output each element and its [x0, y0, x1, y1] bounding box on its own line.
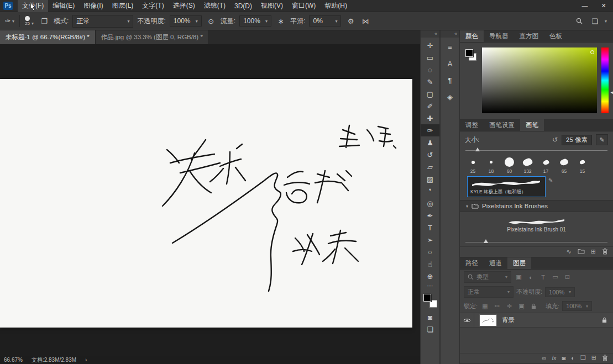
status-arrow-icon[interactable]: › [85, 357, 87, 363]
selected-brush[interactable]: KYLE 终极上墨（粗和细） [467, 176, 546, 197]
panel-tab[interactable]: 导航器 [484, 30, 514, 42]
canvas[interactable] [0, 79, 412, 328]
filter-smart-objects-icon[interactable]: ⊡ [563, 273, 572, 282]
panel-tab[interactable]: 图层 [507, 257, 531, 269]
clone-stamp-tool[interactable]: ♟ [421, 136, 439, 149]
背景[interactable]: 背景 [460, 313, 613, 328]
blend-mode-select[interactable]: 正常▾ [72, 15, 133, 28]
pressure-opacity-icon[interactable]: ⊙ [206, 15, 217, 27]
collapse-toolbar-arrow[interactable]: « [421, 30, 439, 38]
move-tool[interactable]: ✛ [421, 39, 439, 51]
zoom-tool[interactable]: ⊕ [421, 270, 439, 282]
link-layers-icon[interactable]: ∞ [542, 355, 547, 361]
saturation-brightness-field[interactable] [482, 48, 597, 113]
hand-tool[interactable]: ☝ [421, 258, 439, 270]
color-picker-ring[interactable] [590, 50, 594, 54]
layer-lock-icon[interactable] [602, 317, 607, 323]
history-panel-icon[interactable]: ≡ [441, 40, 459, 54]
layer-blend-mode-select[interactable]: 正常 ▾ [464, 286, 514, 298]
edit-brush-icon[interactable]: ✎ [548, 177, 553, 183]
type-tool[interactable]: T [421, 221, 439, 234]
pen-tool[interactable]: ✒ [421, 209, 439, 221]
panel-tab[interactable]: 通道 [484, 257, 507, 269]
layer-thumbnail[interactable] [479, 314, 497, 326]
dodge-tool[interactable]: ◎ [421, 197, 439, 209]
lasso-tool[interactable]: ◌ [421, 64, 439, 76]
ellipse-tool[interactable]: ○ [421, 246, 439, 258]
brush-list-item[interactable]: Pixelstains Ink Brush 01 [460, 212, 613, 238]
brush-preset-picker[interactable]: 25 ▾ [24, 16, 35, 26]
character-panel-icon[interactable]: A [441, 56, 459, 71]
brush-preset[interactable]: 60 [501, 156, 518, 174]
lock-image-pixels-icon[interactable]: ✏ [493, 302, 502, 310]
menu-item[interactable]: 文字(T) [138, 0, 168, 12]
filter-adjustment-layers-icon[interactable]: ◐ [526, 273, 536, 282]
screen-mode-button[interactable]: ❏ [421, 323, 439, 335]
slider-thumb[interactable] [475, 147, 480, 151]
zoom-level[interactable]: 66.67% [4, 357, 23, 363]
brush-preset[interactable]: 18 [483, 156, 500, 174]
chevron-down-icon[interactable]: ▾ [466, 204, 468, 209]
smoothing-options-gear-icon[interactable]: ⚙ [345, 15, 356, 27]
lock-position-icon[interactable]: ✛ [505, 302, 514, 310]
foreground-color-swatch[interactable] [465, 49, 473, 57]
new-adjustment-layer-icon[interactable]: ◐ [571, 355, 575, 361]
search-icon[interactable] [574, 15, 585, 27]
new-group-icon[interactable]: ❏ [580, 354, 586, 361]
brush-settings-panel-icon[interactable]: ✎ [596, 134, 608, 145]
toggle-brush-settings-icon[interactable]: ❐ [39, 15, 50, 27]
menu-item[interactable]: 3D(D) [230, 1, 256, 12]
chevron-down-icon[interactable]: ▾ [605, 19, 607, 24]
minimize-button[interactable]: — [575, 0, 594, 12]
paint-symmetry-icon[interactable]: ⋈ [360, 15, 371, 27]
gradient-tool[interactable]: ▨ [421, 173, 439, 185]
delete-brush-icon[interactable] [602, 248, 608, 255]
hue-slider[interactable] [601, 48, 609, 113]
menu-item[interactable]: 编辑(E) [48, 0, 79, 12]
filter-type-layers-icon[interactable]: T [538, 273, 548, 282]
smoothing-select[interactable]: 0%▾ [309, 15, 341, 27]
add-layer-mask-icon[interactable]: ◙ [562, 355, 566, 361]
brush-size-slider[interactable] [465, 147, 607, 154]
brush-preset[interactable]: 25 [464, 156, 481, 174]
lock-artboard-icon[interactable]: ▣ [517, 302, 526, 310]
document-tab[interactable]: 作品.jpg @ 33.3% (图层 0, RGB/8) * [96, 30, 209, 44]
menu-item[interactable]: 帮助(H) [320, 0, 352, 12]
brush-preset[interactable]: 65 [556, 156, 573, 174]
new-brush-group-icon[interactable] [578, 249, 585, 254]
close-button[interactable]: ✕ [594, 0, 613, 12]
eyedropper-tool[interactable]: ✐ [421, 100, 439, 112]
blur-tool[interactable]: ❜ [421, 185, 439, 197]
document-tab[interactable]: 未标题-1 @ 66.7%(RGB/8#) * [0, 30, 96, 44]
quick-mask-button[interactable]: ◙ [421, 311, 439, 323]
panel-tab[interactable]: 色板 [544, 30, 568, 42]
menu-item[interactable]: 窗口(W) [287, 0, 320, 12]
brush-preset[interactable]: 17 [537, 156, 554, 174]
layer-filter-select[interactable]: 类型 ▾ [464, 271, 511, 283]
panel-tab[interactable]: 直方图 [514, 30, 544, 42]
menu-item[interactable]: 图层(L) [108, 0, 138, 12]
flow-select[interactable]: 100%▾ [239, 15, 271, 27]
layer-visibility-toggle[interactable] [460, 313, 474, 327]
new-layer-icon[interactable]: ⊞ [591, 354, 596, 361]
brush-group-row[interactable]: ▾ Pixelstains Ink Brushes [460, 200, 613, 212]
path-selection-tool[interactable]: ➢ [421, 234, 439, 246]
edit-toolbar-icon[interactable]: ⋯ [427, 282, 433, 290]
menu-item[interactable]: 滤镜(T) [200, 0, 230, 12]
slider-thumb[interactable] [484, 239, 488, 243]
eraser-tool[interactable]: ▱ [421, 161, 439, 173]
panel-tab[interactable]: 画笔 [520, 119, 544, 131]
panel-tab[interactable]: 画笔设置 [484, 119, 520, 131]
quick-selection-tool[interactable]: ✎ [421, 76, 439, 88]
menu-item[interactable]: 选择(S) [169, 0, 200, 12]
lock-transparent-pixels-icon[interactable]: ▦ [480, 302, 490, 310]
tool-preset-picker[interactable]: ✑ ▾ [4, 17, 15, 25]
delete-layer-icon[interactable] [602, 355, 608, 361]
brush-list-slider[interactable] [465, 239, 607, 245]
layer-fill-input[interactable]: 100% ▾ [562, 301, 592, 311]
workspace-switcher-icon[interactable]: ❏ [589, 15, 600, 27]
panel-tab[interactable]: 颜色 [460, 30, 484, 42]
lock-all-icon[interactable] [529, 302, 538, 310]
history-brush-tool[interactable]: ↺ [421, 149, 439, 161]
airbrush-icon[interactable]: ∗ [275, 15, 286, 27]
